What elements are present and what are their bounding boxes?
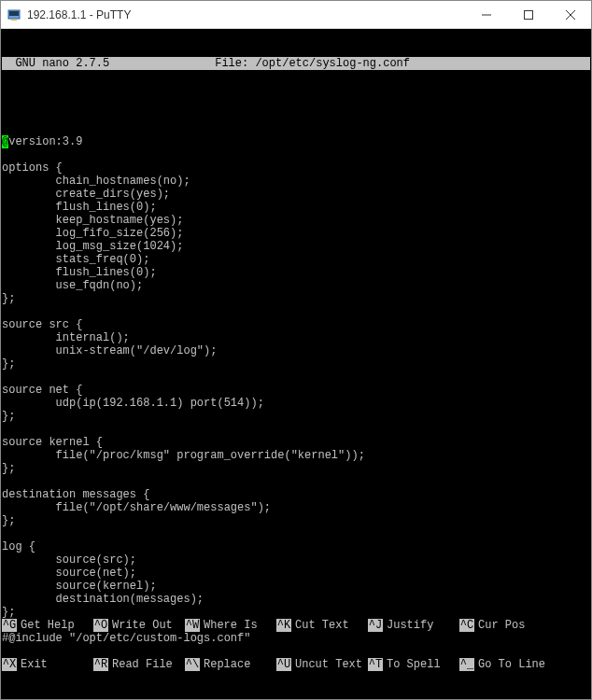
maximize-button[interactable]: [507, 1, 549, 28]
shortcut-key: ^T: [368, 658, 383, 671]
putty-icon: [7, 7, 21, 22]
code-line[interactable]: [2, 527, 590, 540]
window-title: 192.168.1.1 - PuTTY: [27, 8, 465, 21]
maximize-icon: [524, 10, 533, 20]
code-line[interactable]: };: [2, 357, 590, 371]
shortcut-key: ^C: [459, 619, 474, 632]
code-line[interactable]: flush_lines(0);: [2, 201, 590, 214]
code-line[interactable]: log {: [2, 540, 590, 553]
code-line[interactable]: file("/proc/kmsg" program_override("kern…: [2, 449, 590, 462]
code-line[interactable]: unix-stream("/dev/log");: [2, 344, 590, 357]
shortcut-key: ^X: [2, 658, 17, 671]
nano-app-name: GNU nano 2.7.5: [2, 57, 109, 70]
code-line[interactable]: source src {: [2, 318, 590, 331]
code-line[interactable]: source(src);: [2, 553, 590, 567]
code-line[interactable]: [2, 148, 590, 161]
cursor: @: [2, 135, 8, 148]
shortcut-key: ^_: [459, 658, 474, 671]
footer-row-1: ^GGet Help^OWrite Out^WWhere Is^KCut Tex…: [2, 619, 590, 632]
shortcut-label: Write Out: [108, 619, 185, 632]
svg-rect-4: [524, 10, 532, 19]
svg-rect-2: [11, 19, 17, 21]
code-line[interactable]: };: [2, 292, 590, 305]
shortcut-key: ^W: [185, 619, 200, 632]
shortcut-key: ^O: [93, 619, 108, 632]
window-controls: [465, 1, 591, 28]
code-line[interactable]: source net {: [2, 384, 590, 397]
code-line[interactable]: flush_lines(0);: [2, 266, 590, 279]
code-line[interactable]: udp(ip(192.168.1.1) port(514));: [2, 397, 590, 410]
shortcut-key: ^U: [276, 658, 291, 671]
shortcut-key: ^\: [185, 658, 200, 671]
shortcut-key: ^K: [276, 619, 291, 632]
code-line[interactable]: [2, 475, 590, 488]
putty-window: 192.168.1.1 - PuTTY GNU nano 2.7.5 File:…: [0, 0, 592, 700]
code-line[interactable]: options {: [2, 161, 590, 175]
footer-row-2: ^XExit^RRead File^\Replace^UUncut Text^T…: [2, 658, 590, 671]
minimize-button[interactable]: [465, 1, 507, 28]
close-button[interactable]: [549, 1, 591, 28]
blank-line: [2, 96, 590, 109]
shortcut-label: To Spell: [383, 658, 459, 671]
shortcut-label: Get Help: [17, 619, 93, 632]
code-line[interactable]: keep_hostname(yes);: [2, 214, 590, 227]
code-line[interactable]: internal();: [2, 331, 590, 344]
code-line[interactable]: };: [2, 462, 590, 475]
code-line[interactable]: source(kernel);: [2, 580, 590, 593]
nano-file-name: File: /opt/etc/syslog-ng.conf: [109, 57, 515, 70]
code-line[interactable]: log_msg_size(1024);: [2, 240, 590, 253]
shortcut-label: Replace: [200, 658, 276, 671]
shortcut-label: Cut Text: [291, 619, 368, 632]
code-line[interactable]: stats_freq(0);: [2, 253, 590, 266]
shortcut-label: Uncut Text: [291, 658, 368, 671]
nano-header: GNU nano 2.7.5 File: /opt/etc/syslog-ng.…: [2, 57, 590, 70]
code-line[interactable]: };: [2, 514, 590, 527]
code-line[interactable]: [2, 371, 590, 384]
titlebar[interactable]: 192.168.1.1 - PuTTY: [1, 1, 591, 29]
close-icon: [566, 10, 575, 20]
code-line[interactable]: log_fifo_size(256);: [2, 227, 590, 240]
shortcut-key: ^G: [2, 619, 17, 632]
shortcut-label: Go To Line: [474, 658, 551, 671]
shortcut-key: ^R: [93, 658, 108, 671]
file-content[interactable]: @version:3.9options { chain_hostnames(no…: [2, 135, 590, 645]
terminal-area[interactable]: GNU nano 2.7.5 File: /opt/etc/syslog-ng.…: [1, 29, 591, 699]
code-line[interactable]: use_fqdn(no);: [2, 279, 590, 292]
code-line[interactable]: @version:3.9: [2, 135, 590, 148]
code-line[interactable]: chain_hostnames(no);: [2, 175, 590, 188]
shortcut-label: Exit: [17, 658, 93, 671]
minimize-icon: [482, 10, 491, 20]
shortcut-label: Where Is: [200, 619, 276, 632]
shortcut-key: ^J: [368, 619, 383, 632]
shortcut-label: Read File: [108, 658, 185, 671]
code-line[interactable]: [2, 305, 590, 318]
code-line[interactable]: destination messages {: [2, 488, 590, 501]
code-line[interactable]: [2, 423, 590, 436]
code-line[interactable]: source(net);: [2, 567, 590, 580]
code-line[interactable]: source kernel {: [2, 436, 590, 449]
svg-rect-1: [9, 11, 19, 16]
code-line[interactable]: file("/opt/share/www/messages");: [2, 501, 590, 514]
nano-footer: ^GGet Help^OWrite Out^WWhere Is^KCut Tex…: [2, 593, 590, 697]
shortcut-label: Cur Pos: [474, 619, 551, 632]
code-line[interactable]: };: [2, 410, 590, 423]
shortcut-label: Justify: [383, 619, 459, 632]
code-line[interactable]: create_dirs(yes);: [2, 188, 590, 201]
